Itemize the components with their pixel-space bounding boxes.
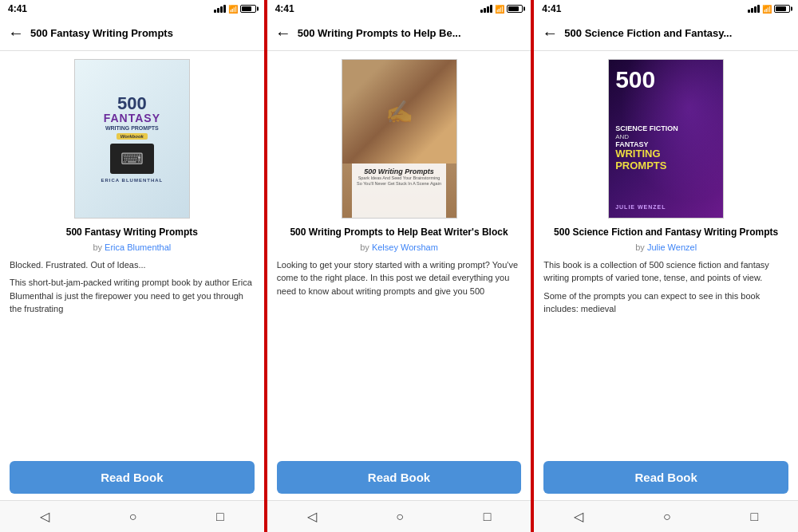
book-title: 500 Science Fiction and Fantasy Writing …: [543, 227, 788, 239]
battery-icon: [774, 5, 790, 13]
back-nav-button[interactable]: ◁: [567, 507, 590, 526]
recents-nav-button[interactable]: □: [744, 508, 764, 526]
battery-icon: [240, 5, 256, 13]
status-time: 4:41: [8, 3, 27, 14]
phone-panel-2: 4:41 📶 ← 500 Writing Prompts to Help Be.…: [267, 0, 535, 532]
book-description: This book is a collection of 500 science…: [543, 258, 788, 447]
status-icons: 📶: [480, 5, 523, 14]
read-book-button[interactable]: Read Book: [10, 461, 255, 494]
recents-nav-button[interactable]: □: [210, 508, 231, 526]
signal-bars: [480, 5, 492, 13]
book-cover: 500 FANTASY WRITING PROMPTS Workbook ⌨ E…: [10, 59, 255, 219]
book-cover: 500 SCIENCE FICTION AND FANTASY WRITING …: [543, 59, 788, 219]
back-button[interactable]: ←: [275, 24, 291, 42]
back-button[interactable]: ←: [542, 24, 558, 42]
phone-panel-3: 4:41 📶 ← 500 Science Fiction and Fantasy…: [534, 0, 798, 532]
book-title: 500 Fantasy Writing Prompts: [10, 227, 255, 239]
status-icons: 📶: [748, 5, 790, 14]
book-author[interactable]: Erica Blumenthal: [105, 242, 171, 252]
status-icons: 📶: [214, 5, 256, 14]
nav-title: 500 Science Fiction and Fantasy...: [564, 27, 790, 39]
status-time: 4:41: [542, 3, 561, 14]
read-book-button[interactable]: Read Book: [277, 461, 522, 494]
book-author-line: by Erica Blumenthal: [10, 242, 255, 252]
status-time: 4:41: [275, 3, 294, 14]
book-author[interactable]: Kelsey Worsham: [372, 242, 438, 252]
book-author-line: by Kelsey Worsham: [277, 242, 522, 252]
back-button[interactable]: ←: [8, 24, 24, 42]
home-nav-button[interactable]: ○: [389, 508, 410, 526]
wifi-icon: 📶: [228, 5, 238, 14]
phone-panel-1: 4:41 📶 ← 500 Fantasy Writing Prompts 500…: [0, 0, 267, 532]
nav-title: 500 Fantasy Writing Prompts: [30, 27, 256, 39]
home-nav-button[interactable]: ○: [123, 508, 144, 526]
book-author[interactable]: Julie Wenzel: [647, 242, 697, 252]
book-author-line: by Julie Wenzel: [543, 242, 788, 252]
book-cover: ✍ 500 Writing Prompts Spark Ideas And Se…: [277, 59, 522, 219]
nav-title: 500 Writing Prompts to Help Be...: [298, 27, 523, 39]
book-description: Blocked. Frustrated. Out of Ideas...This…: [10, 258, 255, 447]
wifi-icon: 📶: [495, 5, 504, 14]
book-title: 500 Writing Prompts to Help Beat Writer'…: [277, 227, 522, 239]
recents-nav-button[interactable]: □: [477, 508, 498, 526]
signal-bars: [214, 5, 226, 13]
home-nav-button[interactable]: ○: [657, 508, 678, 526]
book-description: Looking to get your story started with a…: [277, 258, 522, 447]
read-book-button[interactable]: Read Book: [543, 461, 788, 494]
signal-bars: [748, 5, 760, 13]
back-nav-button[interactable]: ◁: [34, 507, 56, 526]
back-nav-button[interactable]: ◁: [301, 507, 323, 526]
battery-icon: [507, 5, 523, 13]
wifi-icon: 📶: [762, 5, 772, 14]
